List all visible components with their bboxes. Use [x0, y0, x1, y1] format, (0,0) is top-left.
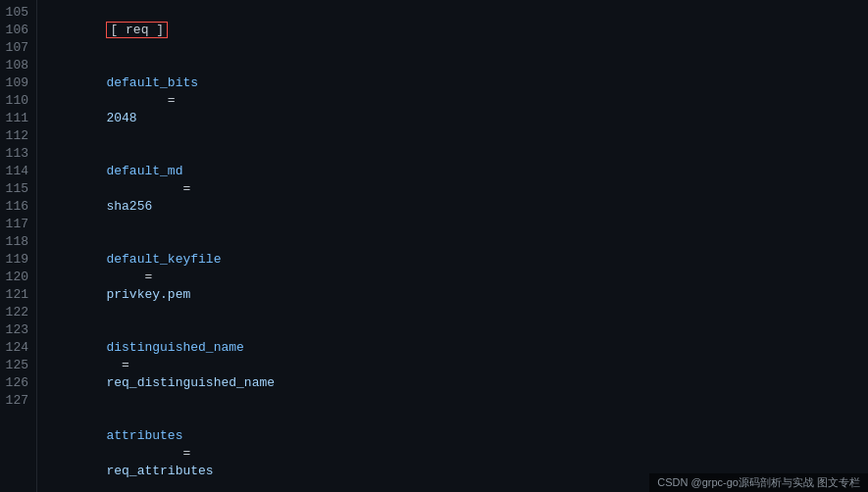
line-num-125: 125 — [4, 357, 28, 374]
code-line-109: distinguished_name = req_distinguished_n… — [45, 321, 860, 410]
line-num-110: 110 — [4, 92, 28, 110]
line-num-126: 126 — [4, 374, 28, 392]
line-num-120: 120 — [4, 269, 28, 286]
line-num-121: 121 — [4, 286, 28, 304]
code-line-107: default_md = sha256 — [45, 145, 860, 233]
line-num-124: 124 — [4, 339, 28, 357]
eq-108: = — [106, 270, 160, 284]
code-line-105: [ req ] — [45, 4, 860, 57]
line-num-105: 105 — [4, 4, 28, 22]
footer-text: CSDN @grpc-go源码剖析与实战 图文专栏 — [657, 476, 860, 488]
key-default-bits: default_bits — [106, 75, 198, 90]
line-num-117: 117 — [4, 216, 28, 233]
line-num-122: 122 — [4, 304, 28, 321]
line-num-108: 108 — [4, 57, 28, 74]
val-distinguished-name: req_distinguished_name — [106, 375, 275, 390]
line-num-127: 127 — [4, 392, 28, 410]
line-numbers: 105 106 107 108 109 110 111 112 113 114 … — [0, 0, 37, 492]
line-num-109: 109 — [4, 74, 28, 92]
key-attributes: attributes — [106, 428, 182, 443]
line-num-123: 123 — [4, 321, 28, 339]
section-req-highlight: [ req ] — [106, 22, 168, 38]
line-num-116: 116 — [4, 198, 28, 216]
line-num-113: 113 — [4, 145, 28, 163]
code-area: 105 106 107 108 109 110 111 112 113 114 … — [0, 0, 868, 492]
line-num-115: 115 — [4, 180, 28, 198]
line-num-106: 106 — [4, 22, 28, 39]
val-default-bits: 2048 — [106, 111, 136, 125]
key-default-md: default_md — [106, 164, 182, 178]
val-default-keyfile: privkey.pem — [106, 287, 190, 302]
val-default-md: sha256 — [106, 199, 152, 214]
code-line-106: default_bits = 2048 — [45, 57, 860, 145]
line-num-111: 111 — [4, 110, 28, 127]
val-attributes: req_attributes — [106, 464, 213, 478]
eq-106: = — [106, 93, 182, 108]
key-distinguished-name: distinguished_name — [106, 340, 243, 355]
eq-110: = — [106, 446, 198, 461]
code-content: [ req ] default_bits = 2048 default_md =… — [37, 0, 868, 492]
footer-bar: CSDN @grpc-go源码剖析与实战 图文专栏 — [649, 473, 868, 492]
key-default-keyfile: default_keyfile — [106, 252, 221, 267]
code-line-108: default_keyfile = privkey.pem — [45, 233, 860, 321]
line-num-114: 114 — [4, 163, 28, 180]
line-num-119: 119 — [4, 251, 28, 269]
eq-109: = — [106, 358, 136, 372]
eq-107: = — [106, 181, 198, 196]
editor-container: 105 106 107 108 109 110 111 112 113 114 … — [0, 0, 868, 492]
line-num-107: 107 — [4, 39, 28, 57]
line-num-118: 118 — [4, 233, 28, 251]
line-num-112: 112 — [4, 127, 28, 145]
